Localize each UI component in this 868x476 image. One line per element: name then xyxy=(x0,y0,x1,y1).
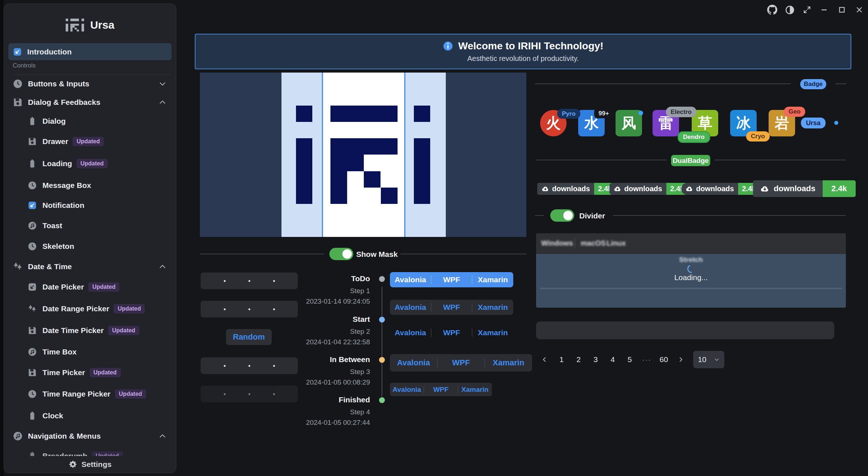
music-note-icon xyxy=(13,431,23,441)
wpf-button[interactable]: WPF xyxy=(424,386,458,394)
chevron-down-icon xyxy=(714,357,720,362)
button-group-dark-small: Avalonia WPF Xamarin xyxy=(390,383,492,396)
page-button[interactable]: 60 xyxy=(658,353,670,366)
arrow-square-icon xyxy=(27,201,37,210)
sidebar-item-date-picker[interactable]: Date Picker Updated xyxy=(4,277,176,297)
maximize-icon[interactable] xyxy=(836,4,847,15)
github-icon[interactable] xyxy=(767,4,778,15)
xamarin-button[interactable]: Xamarin xyxy=(458,386,492,394)
app-title: Ursa xyxy=(90,19,115,31)
close-icon[interactable] xyxy=(854,4,865,15)
updated-badge: Updated xyxy=(73,137,104,146)
page-button[interactable]: 1 xyxy=(555,353,568,366)
divider-toggle[interactable] xyxy=(550,209,574,222)
sidebar-item-skeleton[interactable]: Skeleton xyxy=(4,236,176,257)
sidebar-item-drawer[interactable]: Drawer Updated xyxy=(4,131,176,152)
sidebar-item-message-box[interactable]: Message Box xyxy=(4,175,176,196)
avalonia-button[interactable]: Avalonia xyxy=(390,303,431,312)
page-button[interactable]: 5 xyxy=(624,353,636,366)
battery-icon xyxy=(27,159,37,168)
step-title: In Between xyxy=(254,355,370,364)
sidebar-group-date-time[interactable]: Date & Time xyxy=(4,257,176,277)
xamarin-button[interactable]: Xamarin xyxy=(472,303,513,312)
sidebar-item-time-picker[interactable]: Time Picker Updated xyxy=(4,362,176,383)
step-dot-inbetween xyxy=(379,357,385,363)
sidebar-item-loading[interactable]: Loading Updated xyxy=(4,153,176,174)
trees-icon xyxy=(13,262,23,272)
settings-button[interactable]: Settings xyxy=(4,456,176,473)
xamarin-button[interactable]: Xamarin xyxy=(472,328,513,337)
divider-line xyxy=(535,83,791,84)
page-button[interactable]: 4 xyxy=(606,353,619,366)
cloud-download-icon xyxy=(760,184,769,193)
xamarin-button[interactable]: Xamarin xyxy=(485,358,532,368)
show-mask-label: Show Mask xyxy=(356,250,398,259)
sidebar-item-toast[interactable]: Toast xyxy=(4,216,176,236)
sidebar-group-dialog-feedbacks[interactable]: Dialog & Feedbacks xyxy=(4,92,176,112)
tab-windows[interactable]: Windows xyxy=(541,239,573,247)
wpf-button[interactable]: WPF xyxy=(437,358,485,368)
fullscreen-icon[interactable] xyxy=(802,4,813,15)
chevron-up-icon xyxy=(159,263,166,271)
updated-badge: Updated xyxy=(77,159,108,168)
step-timestamp: 2024-01-05 00:27:44 xyxy=(254,419,370,427)
wpf-button[interactable]: WPF xyxy=(431,275,472,284)
ellipsis-icon[interactable]: ··· xyxy=(641,356,653,364)
gear-icon xyxy=(69,460,77,469)
avalonia-button[interactable]: Avalonia xyxy=(390,358,437,368)
sidebar-item-introduction[interactable]: Introduction xyxy=(8,43,172,60)
sidebar-item-date-time-picker[interactable]: Date Time Picker Updated xyxy=(4,320,176,341)
avalonia-button[interactable]: Avalonia xyxy=(390,386,424,394)
theme-toggle-icon[interactable] xyxy=(784,4,795,15)
cloud-download-icon xyxy=(686,185,693,193)
next-page-button[interactable] xyxy=(675,353,687,366)
minimize-icon[interactable] xyxy=(819,4,830,15)
page-button[interactable]: 3 xyxy=(589,353,602,366)
floppy-icon xyxy=(13,97,23,107)
show-mask-toggle[interactable] xyxy=(329,248,353,260)
sidebar: Ursa Introduction Controls Buttons & Inp… xyxy=(4,4,176,473)
wpf-button[interactable]: WPF xyxy=(431,303,472,312)
downloads-badge: downloads 2.4k xyxy=(753,180,856,197)
app-window: Ursa Introduction Controls Buttons & Inp… xyxy=(0,0,868,476)
page-button[interactable]: 2 xyxy=(572,353,585,366)
dot-badge xyxy=(834,121,838,125)
sidebar-item-clock[interactable]: Clock xyxy=(4,406,176,426)
sidebar-item-time-range-picker[interactable]: Time Range Picker Updated xyxy=(4,384,176,404)
divider-line xyxy=(835,83,846,84)
step-subtitle: Step 2 xyxy=(254,328,370,336)
sidebar-item-date-range-picker[interactable]: Date Range Picker Updated xyxy=(4,299,176,319)
sidebar-item-dialog[interactable]: Dialog xyxy=(4,111,176,131)
wpf-button[interactable]: WPF xyxy=(431,328,472,337)
pyro-badge: Pyro xyxy=(557,109,580,119)
step-dot-finished xyxy=(379,397,385,403)
page-size-value: 10 xyxy=(698,355,706,364)
updated-badge: Updated xyxy=(108,326,139,335)
sidebar-item-notification[interactable]: Notification xyxy=(4,195,176,216)
sidebar-group-navigation-menus[interactable]: Navigation & Menus xyxy=(4,426,176,446)
page-size-select[interactable]: 10 xyxy=(693,351,724,368)
ursa-badge: Ursa xyxy=(801,118,826,128)
tab-macos[interactable]: macOS xyxy=(581,239,606,247)
loading-tabs-bar: Windows macOS Linux xyxy=(536,233,846,254)
avalonia-button[interactable]: Avalonia xyxy=(390,328,431,337)
sidebar-group-buttons-inputs[interactable]: Buttons & Inputs xyxy=(4,74,176,94)
button-group-borderless: Avalonia WPF Xamarin xyxy=(390,328,513,338)
arrow-square-icon xyxy=(27,282,37,292)
clock-icon xyxy=(27,389,37,399)
window-edge xyxy=(0,0,4,476)
element-tile-anemo: 风 xyxy=(616,110,642,136)
divider-line xyxy=(200,254,324,254)
step-subtitle: Step 3 xyxy=(254,368,370,376)
xamarin-button[interactable]: Xamarin xyxy=(472,275,513,284)
chevron-up-icon xyxy=(159,98,166,106)
step-subtitle: Step 4 xyxy=(254,408,370,416)
prev-page-button[interactable] xyxy=(538,353,551,366)
music-note-icon xyxy=(27,221,37,230)
step-title: Finished xyxy=(254,395,370,404)
text-input[interactable] xyxy=(536,321,834,339)
avalonia-button[interactable]: Avalonia xyxy=(390,275,431,284)
sidebar-item-time-box[interactable]: Time Box xyxy=(4,342,176,362)
button-group-dark: Avalonia WPF Xamarin xyxy=(390,300,513,315)
tab-linux[interactable]: Linux xyxy=(606,239,626,247)
